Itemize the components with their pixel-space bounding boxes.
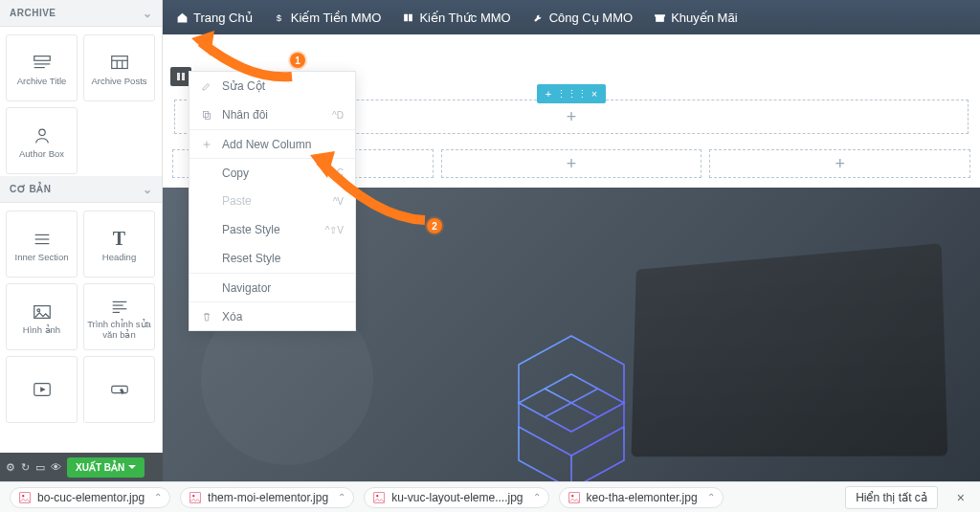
show-all-label: Hiển thị tất cả bbox=[856, 491, 927, 504]
dl-ku-vuc[interactable]: ku-vuc-layout-eleme....jpg⌃ bbox=[364, 487, 548, 508]
history-icon[interactable]: ↻ bbox=[21, 461, 30, 474]
settings-icon[interactable]: ⚙ bbox=[6, 461, 15, 474]
widget-label: Hình ảnh bbox=[21, 325, 62, 336]
panel-head-archive[interactable]: ARCHIVE ⌄ bbox=[0, 0, 162, 27]
nav-mmo-money[interactable]: $Kiếm Tiền MMO bbox=[274, 11, 382, 25]
chevron-up-icon[interactable]: ⌃ bbox=[533, 492, 541, 502]
svg-point-7 bbox=[38, 129, 44, 135]
publish-label: XUẤT BẢN bbox=[76, 462, 124, 473]
panel-title: CƠ BẢN bbox=[10, 184, 51, 194]
widget-author-box[interactable]: Author Box bbox=[6, 107, 78, 174]
chevron-down-icon: ⌄ bbox=[143, 183, 153, 196]
widget-label: Trình chỉnh sửa văn bản bbox=[84, 320, 154, 341]
dl-label: them-moi-elementor.jpg bbox=[208, 491, 328, 504]
widget-image[interactable]: Hình ảnh bbox=[6, 283, 78, 350]
grid-icon bbox=[109, 50, 130, 77]
image-file-icon bbox=[568, 491, 581, 504]
close-section-icon[interactable]: × bbox=[583, 84, 606, 103]
column-placeholder[interactable]: + bbox=[441, 149, 702, 178]
nav-label: Khuyến Mãi bbox=[671, 11, 737, 25]
svg-rect-34 bbox=[190, 492, 201, 502]
user-icon bbox=[32, 122, 53, 149]
widget-label: Archive Title bbox=[15, 77, 69, 87]
ctx-duplicate[interactable]: Nhân đôi^D bbox=[189, 100, 355, 129]
chevron-up-icon[interactable]: ⌃ bbox=[154, 492, 162, 502]
drag-section-icon[interactable]: ⋮⋮⋮ bbox=[560, 84, 583, 103]
ctx-label: Xóa bbox=[222, 310, 242, 323]
svg-rect-0 bbox=[33, 56, 50, 60]
svg-point-39 bbox=[571, 495, 573, 497]
widget-text-editor[interactable]: Trình chỉnh sửa văn bản bbox=[83, 283, 155, 350]
svg-point-33 bbox=[22, 495, 24, 497]
callout-arrow-2 bbox=[308, 151, 433, 228]
site-navbar: Trang Chủ $Kiếm Tiền MMO Kiến Thức MMO C… bbox=[163, 0, 980, 34]
nav-home[interactable]: Trang Chủ bbox=[176, 11, 253, 25]
shortcut: ^D bbox=[332, 110, 344, 121]
widget-inner-section[interactable]: Inner Section bbox=[6, 211, 78, 278]
ctx-navigator[interactable]: Navigator bbox=[189, 273, 355, 301]
chevron-up-icon[interactable]: ⌃ bbox=[707, 492, 715, 502]
dl-keo-tha[interactable]: keo-tha-elemonter.jpg⌃ bbox=[559, 487, 724, 508]
svg-point-35 bbox=[192, 495, 194, 497]
svg-rect-32 bbox=[20, 492, 31, 502]
callout-badge-2: 2 bbox=[427, 218, 442, 234]
svg-rect-36 bbox=[374, 492, 385, 502]
badge-text: 2 bbox=[432, 221, 437, 232]
chevron-down-icon: ⌄ bbox=[143, 7, 153, 20]
nav-mmo-knowledge[interactable]: Kiến Thức MMO bbox=[402, 11, 510, 25]
chevron-up-icon[interactable]: ⌃ bbox=[338, 492, 345, 502]
widget-label: Author Box bbox=[17, 149, 66, 160]
svg-rect-22 bbox=[655, 14, 665, 16]
image-file-icon bbox=[18, 491, 32, 504]
hero-cube-graphic bbox=[495, 331, 648, 481]
nav-label: Kiếm Tiền MMO bbox=[291, 11, 382, 25]
svg-point-12 bbox=[36, 308, 39, 311]
responsive-icon[interactable]: ▭ bbox=[35, 461, 45, 474]
widget-archive-title[interactable]: Archive Title bbox=[6, 34, 78, 101]
nav-label: Trang Chủ bbox=[193, 11, 253, 25]
ctx-reset-style[interactable]: Reset Style bbox=[189, 244, 355, 273]
editor-bottom-bar: ⚙ ↻ ▭ 👁 XUẤT BẢN bbox=[0, 453, 163, 481]
preview-icon[interactable]: 👁 bbox=[51, 461, 61, 473]
widget-archive-posts[interactable]: Archive Posts bbox=[83, 34, 155, 101]
dl-bo-cuc[interactable]: bo-cuc-elementor.jpg⌃ bbox=[10, 487, 170, 508]
badge-text: 1 bbox=[295, 56, 301, 66]
widget-button[interactable] bbox=[83, 356, 155, 423]
text-editor-icon bbox=[109, 293, 130, 320]
caret-up-icon bbox=[128, 465, 136, 469]
close-icon[interactable]: × bbox=[957, 490, 965, 505]
show-all-button[interactable]: Hiển thị tất cả bbox=[845, 486, 938, 509]
svg-rect-38 bbox=[568, 492, 579, 502]
title-icon bbox=[32, 50, 53, 77]
publish-button[interactable]: XUẤT BẢN bbox=[67, 457, 145, 478]
download-bar: bo-cuc-elementor.jpg⌃ them-moi-elementor… bbox=[0, 481, 980, 512]
panel-basic-widgets: Inner Section T Heading Hình ảnh Trình c… bbox=[0, 203, 162, 425]
nav-mmo-tools[interactable]: Công Cụ MMO bbox=[532, 11, 633, 25]
panel-head-basic[interactable]: CƠ BẢN ⌄ bbox=[0, 176, 162, 203]
dl-label: keo-tha-elemonter.jpg bbox=[587, 491, 698, 504]
button-icon bbox=[109, 376, 130, 403]
image-icon bbox=[32, 299, 53, 325]
ctx-label: Nhân đôi bbox=[222, 108, 268, 122]
section-handle[interactable]: + ⋮⋮⋮ × bbox=[537, 84, 606, 103]
dl-label: bo-cuc-elementor.jpg bbox=[37, 491, 145, 504]
column-placeholder[interactable]: + bbox=[709, 149, 970, 178]
ctx-label: Navigator bbox=[222, 281, 271, 295]
section-icon bbox=[32, 226, 53, 253]
sidebar: ARCHIVE ⌄ Archive Title Archive Posts Au… bbox=[0, 0, 163, 512]
ctx-label: Add New Column bbox=[222, 138, 311, 151]
panel-archive-widgets: Archive Title Archive Posts Author Box bbox=[0, 27, 162, 176]
callout-badge-1: 1 bbox=[290, 53, 305, 68]
nav-promo[interactable]: Khuyến Mãi bbox=[654, 11, 737, 25]
ctx-label: Reset Style bbox=[222, 252, 280, 265]
ctx-label: Paste Style bbox=[222, 223, 280, 236]
ctx-label: Paste bbox=[222, 194, 252, 208]
dl-them-moi[interactable]: them-moi-elementor.jpg⌃ bbox=[180, 487, 354, 508]
svg-rect-24 bbox=[177, 73, 180, 80]
heading-icon: T bbox=[113, 226, 125, 253]
play-icon bbox=[32, 376, 53, 403]
widget-video[interactable] bbox=[6, 356, 78, 423]
widget-heading[interactable]: T Heading bbox=[83, 211, 155, 278]
panel-title: ARCHIVE bbox=[10, 8, 56, 18]
ctx-delete[interactable]: Xóa bbox=[189, 301, 355, 330]
